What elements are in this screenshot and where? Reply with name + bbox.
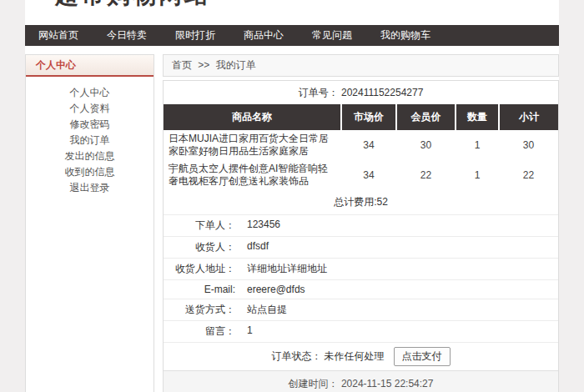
order-number-label: 订单号： [299, 87, 339, 98]
field-label: 送货方式： [164, 303, 235, 317]
sidebar-list: 个人中心 个人资料 修改密码 我的订单 发出的信息 收到的信息 退出登录 [26, 77, 154, 196]
breadcrumb: 首页 >> 我的订单 [163, 54, 559, 77]
order-status-label: 订单状态： [272, 350, 322, 362]
member-price: 30 [396, 130, 456, 160]
header-market-price: 市场价 [341, 104, 396, 130]
market-price: 34 [341, 160, 396, 190]
sidebar-item-logout[interactable]: 退出登录 [26, 180, 154, 196]
main-nav: 网站首页 今日特卖 限时打折 商品中心 常见问题 我的购物车 [25, 25, 559, 46]
member-price: 22 [396, 160, 456, 190]
field-label: 留言： [164, 324, 235, 339]
field-orderer: 下单人： 123456 [164, 214, 558, 236]
site-logo-strip: 超市购物网站 [25, 0, 559, 25]
order-number-value: 202411152254277 [341, 87, 423, 98]
breadcrumb-home-link[interactable]: 首页 [172, 59, 192, 71]
page-container: 超市购物网站 网站首页 今日特卖 限时打折 商品中心 常见问题 我的购物车 个人… [25, 0, 559, 392]
created-time-label: 创建时间： [289, 378, 339, 389]
subtotal: 22 [499, 160, 558, 190]
nav-item-home[interactable]: 网站首页 [38, 28, 78, 43]
field-label: 下单人： [164, 219, 235, 233]
table-row: 日本MUJIA进口家用百货大全日常居家卧室好物日用品生活家庭家居 34 30 1… [164, 130, 558, 160]
sidebar-item-change-password[interactable]: 修改密码 [26, 117, 154, 133]
field-value: 站点自提 [247, 303, 287, 317]
field-email: E-mail: ereere@dfds [164, 279, 558, 299]
main-panel: 首页 >> 我的订单 订单号： 202411152254277 商品名称 [163, 54, 559, 392]
header-quantity: 数量 [456, 104, 499, 130]
content-area: 个人中心 个人中心 个人资料 修改密码 我的订单 发出的信息 收到的信息 退出登… [25, 46, 559, 392]
field-value: ereere@dfds [247, 284, 305, 295]
total-cost: 总计费用:52 [164, 190, 558, 214]
field-label: 收货人： [164, 240, 235, 254]
table-row: 宇航员太空人摆件创意AI智能音响轻奢电视柜客厅创意送礼家装饰品 34 22 1 … [164, 160, 558, 190]
table-header-row: 商品名称 市场价 会员价 数量 小计 [164, 104, 558, 130]
created-time-value: 2024-11-15 22:54:27 [341, 378, 434, 389]
sidebar-item-my-orders[interactable]: 我的订单 [26, 133, 154, 148]
field-message: 留言： 1 [164, 320, 558, 342]
field-address: 收货人地址： 详细地址详细地址 [164, 258, 558, 279]
nav-item-cart[interactable]: 我的购物车 [380, 28, 430, 43]
field-delivery-method: 送货方式： 站点自提 [164, 299, 558, 320]
order-items-table: 商品名称 市场价 会员价 数量 小计 日本MUJIA进口家用百货大全日常居家卧室… [164, 104, 558, 190]
pay-button[interactable]: 点击支付 [394, 347, 451, 366]
nav-item-daily-deals[interactable]: 今日特卖 [107, 28, 147, 43]
quantity: 1 [456, 160, 499, 190]
sidebar-item-received-messages[interactable]: 收到的信息 [26, 164, 154, 180]
order-status-row: 订单状态：未作任何处理点击支付 [164, 342, 558, 370]
nav-item-product-center[interactable]: 商品中心 [244, 28, 284, 43]
field-value: dfsdf [247, 240, 269, 254]
breadcrumb-current: 我的订单 [216, 59, 256, 71]
sidebar-item-sent-messages[interactable]: 发出的信息 [26, 148, 154, 164]
header-subtotal: 小计 [499, 104, 558, 130]
field-consignee: 收货人： dfsdf [164, 236, 558, 258]
field-label: E-mail: [164, 284, 235, 295]
site-logo: 超市购物网站 [55, 0, 210, 11]
header-product-name: 商品名称 [164, 104, 341, 130]
sidebar-item-personal-center[interactable]: 个人中心 [26, 85, 154, 101]
header-member-price: 会员价 [396, 104, 456, 130]
order-status-value: 未作任何处理 [325, 350, 385, 362]
product-name: 日本MUJIA进口家用百货大全日常居家卧室好物日用品生活家庭家居 [164, 130, 341, 160]
field-value: 详细地址详细地址 [247, 262, 327, 276]
breadcrumb-separator: >> [198, 59, 209, 71]
nav-item-faq[interactable]: 常见问题 [312, 28, 352, 43]
sidebar: 个人中心 个人中心 个人资料 修改密码 我的订单 发出的信息 收到的信息 退出登… [25, 54, 154, 392]
field-value: 1 [247, 324, 253, 339]
quantity: 1 [456, 130, 499, 160]
order-number-row: 订单号： 202411152254277 [164, 81, 558, 104]
created-time-row: 创建时间： 2024-11-15 22:54:27 [164, 370, 558, 392]
sidebar-item-profile[interactable]: 个人资料 [26, 101, 154, 117]
order-detail-box: 订单号： 202411152254277 商品名称 市场价 会员价 数量 小计 [163, 80, 559, 392]
field-label: 收货人地址： [164, 262, 235, 276]
market-price: 34 [341, 130, 396, 160]
subtotal: 30 [499, 130, 558, 160]
nav-item-limited-discount[interactable]: 限时打折 [175, 28, 215, 43]
field-value: 123456 [247, 219, 280, 233]
product-name: 宇航员太空人摆件创意AI智能音响轻奢电视柜客厅创意送礼家装饰品 [164, 160, 341, 190]
sidebar-title: 个人中心 [26, 55, 154, 77]
